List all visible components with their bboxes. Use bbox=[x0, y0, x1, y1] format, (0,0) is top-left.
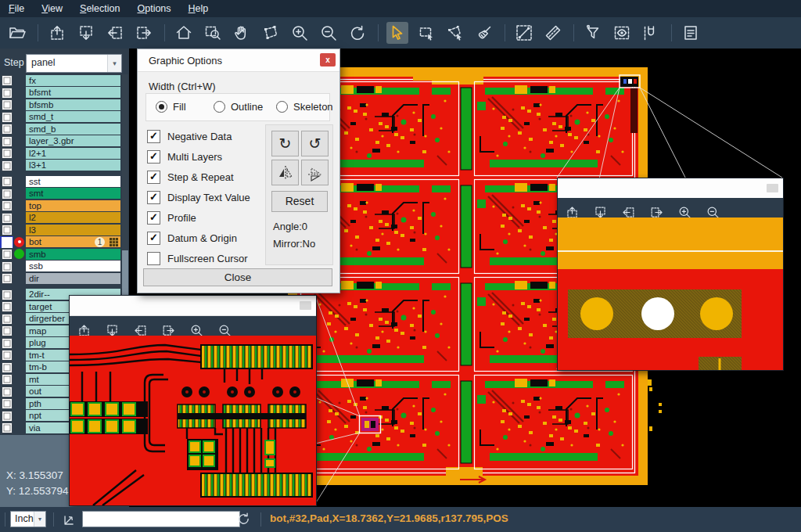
layer-checkbox[interactable] bbox=[2, 75, 13, 86]
filter-icon[interactable] bbox=[582, 22, 604, 44]
frame-left-icon[interactable] bbox=[104, 22, 126, 44]
layer-name[interactable]: smd_t bbox=[26, 111, 120, 122]
snap-magnet-icon[interactable] bbox=[640, 22, 662, 44]
layer-name[interactable]: ssb bbox=[26, 261, 120, 271]
menu-help[interactable]: Help bbox=[180, 2, 217, 16]
checkbox-datum-origin[interactable]: ✓Datum & Origin bbox=[147, 228, 237, 248]
frame-up-icon[interactable] bbox=[46, 22, 68, 44]
checkbox-profile[interactable]: ✓Profile bbox=[147, 207, 196, 228]
layer-name[interactable]: l2+1 bbox=[26, 148, 120, 159]
layer-checkbox[interactable] bbox=[2, 136, 13, 147]
unit-select[interactable]: Inch ▾ bbox=[10, 511, 46, 527]
layer-name[interactable]: l3 bbox=[26, 225, 120, 235]
layer-checkbox[interactable] bbox=[2, 112, 13, 123]
menu-view[interactable]: View bbox=[33, 2, 71, 16]
zoom-window-icon[interactable] bbox=[202, 22, 224, 44]
layer-checkbox[interactable] bbox=[2, 148, 13, 159]
layer-checkbox[interactable] bbox=[2, 225, 13, 235]
command-input[interactable] bbox=[82, 511, 240, 527]
layer-row-l2+1[interactable]: l2+1 bbox=[0, 147, 129, 160]
layer-checkbox[interactable] bbox=[2, 176, 13, 187]
magnifier-view-pads[interactable] bbox=[558, 217, 783, 370]
layer-checkbox[interactable] bbox=[2, 213, 13, 224]
menu-options[interactable]: Options bbox=[128, 2, 179, 16]
popup-title-bar[interactable] bbox=[558, 178, 783, 199]
layer-checkbox[interactable] bbox=[2, 88, 13, 99]
layer-checkbox[interactable] bbox=[2, 160, 13, 171]
radio-fill[interactable]: Fill bbox=[156, 101, 186, 113]
open-folder-icon[interactable] bbox=[6, 22, 28, 44]
layer-checkbox[interactable] bbox=[2, 273, 13, 284]
layer-name[interactable]: bfsmb bbox=[26, 99, 120, 110]
pan-hand-icon[interactable] bbox=[231, 22, 253, 44]
layer-row-top[interactable]: top bbox=[0, 200, 129, 212]
layer-checkbox[interactable] bbox=[2, 411, 13, 422]
close-icon[interactable]: x bbox=[320, 53, 336, 66]
magnifier-view-detail[interactable] bbox=[70, 336, 316, 505]
rotate-cw-button[interactable]: ↻ bbox=[271, 131, 299, 156]
radio-outline[interactable]: Outline bbox=[214, 101, 263, 113]
measure-ruler-icon[interactable] bbox=[542, 22, 564, 44]
layer-checkbox[interactable] bbox=[2, 386, 13, 397]
zoom-previous-icon[interactable] bbox=[347, 22, 368, 44]
reset-button[interactable]: Reset bbox=[271, 191, 328, 212]
layer-row-bfsmt[interactable]: bfsmt bbox=[0, 87, 129, 99]
mirror-horizontal-button[interactable] bbox=[301, 160, 329, 185]
layer-checkbox[interactable] bbox=[2, 249, 13, 260]
clear-brush-icon[interactable] bbox=[473, 22, 495, 44]
mirror-vertical-button[interactable] bbox=[271, 160, 299, 185]
layer-name[interactable]: top bbox=[26, 200, 120, 211]
checkbox-negative-data[interactable]: ✓Negative Data bbox=[147, 126, 232, 146]
layer-checkbox[interactable] bbox=[2, 99, 13, 110]
corner-tool-icon[interactable] bbox=[61, 511, 78, 528]
layer-row-l2[interactable]: l2 bbox=[0, 212, 129, 225]
layer-name[interactable]: bfsmt bbox=[26, 87, 120, 98]
layer-row-l3+1[interactable]: l3+1 bbox=[0, 160, 129, 172]
select-rect-icon[interactable] bbox=[415, 22, 437, 44]
popup-title-bar[interactable] bbox=[70, 296, 316, 316]
rotate-ccw-button[interactable]: ↺ bbox=[301, 131, 329, 156]
layer-row-ssb[interactable]: ssb bbox=[0, 261, 129, 273]
dialog-close-button[interactable]: Close bbox=[143, 268, 332, 286]
zoom-polygon-icon[interactable] bbox=[260, 22, 282, 44]
layer-row-smd_t[interactable]: smd_t bbox=[0, 111, 129, 124]
layer-checkbox[interactable] bbox=[2, 338, 13, 349]
magnifier-popup-left[interactable] bbox=[69, 295, 317, 506]
layer-row-smd_b[interactable]: smd_b bbox=[0, 123, 129, 135]
frame-down-icon[interactable] bbox=[75, 22, 97, 44]
layer-checkbox[interactable] bbox=[2, 189, 13, 200]
dialog-title-bar[interactable]: Graphic Options x bbox=[138, 49, 339, 72]
menu-file[interactable]: File bbox=[0, 2, 33, 16]
checkbox-multi-layers[interactable]: ✓Multi Layers bbox=[147, 146, 222, 167]
layer-checkbox[interactable] bbox=[2, 124, 13, 135]
checkbox-display-text-value[interactable]: ✓Display Text Value bbox=[147, 187, 250, 207]
zoom-out-icon[interactable] bbox=[318, 22, 339, 44]
select-polygon-icon[interactable] bbox=[444, 22, 466, 44]
layer-name[interactable]: l3+1 bbox=[26, 160, 120, 171]
layer-checkbox[interactable] bbox=[2, 374, 13, 385]
layer-checkbox[interactable] bbox=[2, 314, 13, 325]
layer-row-fx[interactable]: fx bbox=[0, 74, 129, 87]
layer-row-l3[interactable]: l3 bbox=[0, 224, 129, 236]
radio-skeleton[interactable]: Skeleton bbox=[276, 101, 333, 113]
layer-checkbox[interactable] bbox=[2, 398, 13, 409]
layer-name[interactable]: smt bbox=[26, 188, 120, 199]
popup-minimize-button[interactable] bbox=[767, 184, 778, 192]
layer-row-bot[interactable]: bot1 bbox=[0, 236, 129, 249]
step-select[interactable]: panel ▾ bbox=[26, 54, 122, 73]
layer-name[interactable]: dir bbox=[26, 273, 120, 284]
layer-checkbox[interactable] bbox=[2, 362, 13, 373]
layer-checkbox[interactable] bbox=[2, 325, 13, 336]
layer-checkbox[interactable] bbox=[2, 350, 13, 361]
layer-row-smt[interactable]: smt bbox=[0, 188, 129, 200]
layer-checkbox[interactable] bbox=[2, 200, 13, 211]
layer-name[interactable]: fx bbox=[26, 75, 120, 86]
layer-checkbox[interactable] bbox=[2, 422, 13, 433]
layer-name[interactable]: sst bbox=[26, 176, 120, 187]
measure-distance-icon[interactable] bbox=[513, 22, 535, 44]
checkbox-step-repeat[interactable]: ✓Step & Repeat bbox=[147, 167, 234, 187]
magnifier-popup-right[interactable] bbox=[557, 178, 784, 371]
refresh-icon[interactable] bbox=[235, 511, 252, 527]
layer-row-sst[interactable]: sst bbox=[0, 175, 129, 188]
layer-name[interactable]: l2 bbox=[26, 212, 120, 223]
